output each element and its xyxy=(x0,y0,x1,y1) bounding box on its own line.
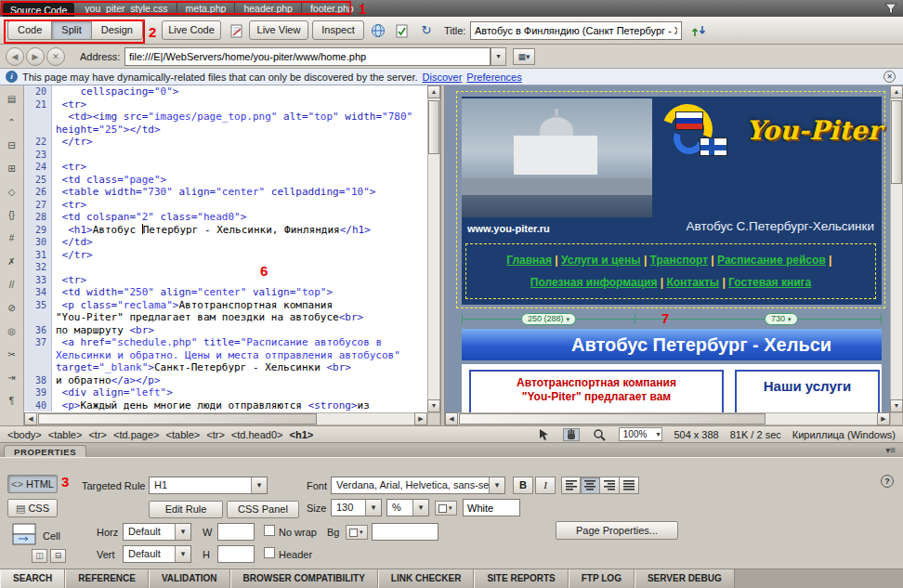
nav-link[interactable]: Полезная информация xyxy=(530,276,658,289)
nav-link[interactable]: Гостевая книга xyxy=(728,276,811,289)
nav-link[interactable]: Услуги и цены xyxy=(561,254,641,267)
font-select[interactable]: Verdana, Arial, Helvetica, sans-serif xyxy=(331,477,505,494)
highlight-invalid-code-icon[interactable]: ✗ xyxy=(3,252,21,271)
tag-selector-item[interactable]: <td.head0> xyxy=(231,429,283,440)
split-cell-icon[interactable]: ⊟ xyxy=(50,549,66,563)
hand-tool-icon[interactable] xyxy=(563,428,580,441)
header-checkbox[interactable] xyxy=(264,547,275,558)
vert-select[interactable]: Default xyxy=(123,545,191,563)
text-color-input[interactable] xyxy=(463,499,520,516)
apply-comment-icon[interactable]: // xyxy=(3,275,21,294)
file-management-icon[interactable] xyxy=(689,22,710,39)
cell-width-input[interactable] xyxy=(217,523,255,541)
back-icon[interactable]: ◀ xyxy=(6,47,24,66)
view-button-design[interactable]: Design xyxy=(91,20,143,40)
nav-link[interactable]: Контакты xyxy=(666,276,719,289)
nav-link[interactable]: Транспорт xyxy=(650,254,708,267)
tag-selector-item[interactable]: <tr> xyxy=(206,429,225,440)
wrap-tag-icon[interactable]: ◎ xyxy=(3,321,21,341)
site-header-area[interactable]: You-Piter www.you-piter.ru Автобус С.Пет… xyxy=(462,97,882,305)
page-properties-button[interactable]: Page Properties... xyxy=(556,521,678,540)
table-width-menu[interactable]: 730▾ xyxy=(765,313,798,325)
align-left-button[interactable] xyxy=(561,477,581,494)
open-documents-icon[interactable]: ▤ xyxy=(3,89,21,109)
code-text[interactable]: </td> xyxy=(52,236,427,249)
tag-selector-item[interactable]: <body> xyxy=(7,429,42,440)
expand-all-icon[interactable]: ⊞ xyxy=(3,159,21,178)
view-button-split[interactable]: Split xyxy=(51,20,90,40)
bg-color-input[interactable] xyxy=(372,523,438,541)
live-code-button[interactable]: Live Code xyxy=(162,20,221,40)
source-code-tab[interactable]: Source Code xyxy=(3,3,74,17)
related-file-tab[interactable]: footer.php xyxy=(302,3,363,14)
code-text[interactable]: <table width="730" align="center" cellpa… xyxy=(52,186,427,199)
tag-selector-item[interactable]: <tr> xyxy=(88,429,107,440)
bottom-tab-site-reports[interactable]: SITE REPORTS xyxy=(474,569,568,588)
nav-link[interactable]: Главная xyxy=(506,254,552,267)
code-text[interactable]: </tr> xyxy=(52,136,427,149)
check-browser-compatibility-icon[interactable] xyxy=(229,22,245,39)
title-input[interactable] xyxy=(470,21,682,40)
panel-menu-icon[interactable]: ▾≡ xyxy=(885,445,896,455)
html-mode-button[interactable]: <> HTML xyxy=(7,475,58,493)
scroll-left-icon[interactable]: ◀ xyxy=(24,412,37,425)
code-text[interactable]: target="_blank">Санкт-Петербург - Хельси… xyxy=(52,361,427,374)
code-text[interactable]: cellspacing="0"> xyxy=(52,85,427,98)
size-unit-select[interactable]: % xyxy=(386,499,429,516)
code-text[interactable]: height="25"></td> xyxy=(52,124,427,137)
bottom-tab-browser-compatibility[interactable]: BROWSER COMPATIBILITY xyxy=(230,569,378,588)
page-heading[interactable]: Автобус Петербург - Хельси xyxy=(462,329,882,360)
scroll-up-icon[interactable]: ▲ xyxy=(890,85,903,98)
scroll-down-icon[interactable]: ▼ xyxy=(427,399,440,412)
code-text[interactable]: <td><img src="images/page_top.png" alt="… xyxy=(52,111,427,124)
code-text[interactable] xyxy=(52,261,427,274)
live-view-button[interactable]: Live View xyxy=(249,20,308,40)
bg-color-swatch[interactable]: ▾ xyxy=(346,525,368,540)
align-right-button[interactable] xyxy=(600,477,620,494)
code-text[interactable]: "You-Piter" предлагает вам поездки на ав… xyxy=(52,311,427,324)
targeted-rule-select[interactable]: H1 xyxy=(149,477,268,494)
tag-selector-item[interactable]: <td.page> xyxy=(113,429,160,440)
code-text[interactable]: <tr> xyxy=(52,98,427,111)
design-view[interactable]: You-Piter www.you-piter.ru Автобус С.Пет… xyxy=(445,85,890,412)
inspect-button[interactable]: Inspect xyxy=(312,20,364,40)
code-text[interactable]: <tr> xyxy=(52,161,427,174)
zoom-level-select[interactable]: 100% xyxy=(619,427,663,441)
merge-cells-icon[interactable]: ◫ xyxy=(32,549,47,563)
preferences-link[interactable]: Preferences xyxy=(466,72,521,83)
design-vscroll-thumb[interactable] xyxy=(891,100,902,184)
address-input[interactable] xyxy=(124,47,491,66)
refresh-design-view-icon[interactable]: ↻ xyxy=(418,21,435,38)
bottom-tab-link-checker[interactable]: LINK CHECKER xyxy=(378,569,475,588)
help-icon[interactable]: ? xyxy=(881,475,894,488)
window-size[interactable]: 504 x 388 xyxy=(674,429,718,440)
bottom-tab-server-debug[interactable]: SERVER DEBUG xyxy=(635,569,735,588)
scroll-down-icon[interactable]: ▼ xyxy=(890,399,903,412)
view-button-code[interactable]: Code xyxy=(7,20,51,40)
related-file-tab[interactable]: meta.php xyxy=(177,3,236,14)
properties-panel-tab[interactable]: PROPERTIES xyxy=(4,445,86,458)
recent-snippets-icon[interactable]: ✂ xyxy=(3,345,21,364)
text-color-swatch[interactable]: ▾ xyxy=(435,501,457,516)
tag-selector-item[interactable]: <table> xyxy=(166,429,201,440)
code-text[interactable] xyxy=(52,149,427,162)
align-justify-button[interactable] xyxy=(620,477,639,494)
address-options-icon[interactable]: ▦▾ xyxy=(513,48,535,65)
stop-icon[interactable]: ✕ xyxy=(46,47,65,66)
bottom-tab-validation[interactable]: VALIDATION xyxy=(149,569,230,588)
tag-selector-item[interactable]: <table> xyxy=(48,429,83,440)
code-text[interactable]: <td width="250" align="center" valign="t… xyxy=(52,286,427,299)
code-hscroll-thumb[interactable] xyxy=(38,413,317,425)
design-hscroll-thumb[interactable] xyxy=(459,413,766,425)
horz-select[interactable]: Default xyxy=(123,523,191,541)
promo-cell[interactable]: Автотранспортная компания "You-Piter" пр… xyxy=(469,370,724,412)
cell-height-input[interactable] xyxy=(217,545,255,563)
bottom-tab-search[interactable]: SEARCH xyxy=(0,569,65,588)
code-text[interactable]: по маршруту <br> xyxy=(52,324,427,337)
nav-link[interactable]: Расписание рейсов xyxy=(717,254,826,267)
align-center-button[interactable] xyxy=(581,477,600,494)
discover-link[interactable]: Discover xyxy=(423,72,463,83)
site-tagline[interactable]: Автобус С.Петербург-Хельсинки xyxy=(687,219,874,233)
code-text[interactable]: Хельсинки и обратно. Цены и места отправ… xyxy=(52,349,427,362)
related-file-tab[interactable]: you_piter_style.css xyxy=(76,3,177,14)
